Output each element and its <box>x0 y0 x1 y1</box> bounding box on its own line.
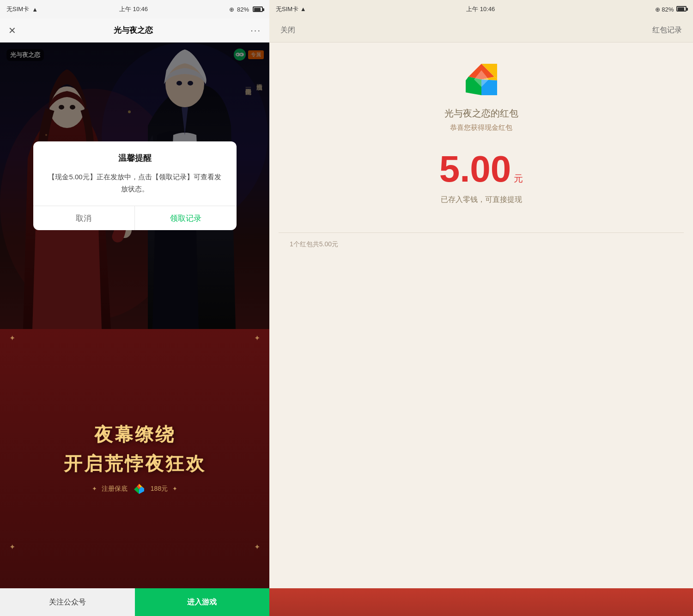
bottom-stripe <box>269 588 693 616</box>
dialog-overlay: 温馨提醒 【现金5.00元】正在发放中，点击【领取记录】可查看发放状态。 取消 … <box>0 43 269 329</box>
confirm-button[interactable]: 领取记录 <box>135 206 237 230</box>
red-packet-title: 光与夜之恋的红包 <box>444 107 518 120</box>
play-button[interactable]: 进入游戏 <box>135 588 270 616</box>
left-status-left: 无SIM卡 ▲ <box>6 5 38 13</box>
close-icon[interactable]: ✕ <box>8 25 16 36</box>
star-right: ✦ <box>172 485 177 492</box>
red-packet-count: 1个红包共5.00元 <box>279 233 684 256</box>
promo-note: 注册保底 <box>102 485 128 493</box>
battery-text: 82% <box>237 6 249 13</box>
game-promo-section: ✦ ✦ ✦ ✦ 夜幕缭绕 开启荒悖夜狂欢 ✦ 注册保底 <box>0 329 269 616</box>
right-panel: 无SIM卡 ▲ 上午 10:46 ⊕ 82% 关闭 红包记录 <box>269 0 693 616</box>
promo-title-2: 开启荒悖夜狂欢 <box>64 451 206 476</box>
right-sim-text: 无SIM卡 <box>276 6 298 12</box>
dialog-title: 温馨提醒 <box>33 141 237 171</box>
left-nav-bar: ✕ 光与夜之恋 ··· <box>0 18 269 43</box>
left-panel: 无SIM卡 ▲ 上午 10:46 ⊕ 82% ✕ 光与夜之恋 ··· <box>0 0 269 616</box>
deco-star-tl: ✦ <box>9 334 15 342</box>
red-packet-subtitle: 恭喜您获得现金红包 <box>450 123 512 132</box>
deco-star-bl: ✦ <box>9 543 15 551</box>
right-charging-icon: ⊕ <box>655 6 660 13</box>
wechat-pay-logo-small <box>132 482 146 496</box>
amount-value: 5.00 <box>439 151 511 188</box>
right-status-left: 无SIM卡 ▲ <box>276 5 306 13</box>
left-status-right: ⊕ 82% <box>229 6 263 13</box>
wechat-pay-logo <box>463 61 500 98</box>
star-left: ✦ <box>92 485 97 492</box>
left-status-bar: 无SIM卡 ▲ 上午 10:46 ⊕ 82% <box>0 0 269 18</box>
dialog-content: 【现金5.00元】正在发放中，点击【领取记录】可查看发放状态。 <box>33 171 237 206</box>
promo-amount: 188元 <box>151 485 168 493</box>
page-title: 光与夜之恋 <box>114 25 153 36</box>
spacer <box>269 329 693 589</box>
wifi-icon: ▲ <box>32 6 38 13</box>
deco-star-br: ✦ <box>254 543 260 551</box>
right-status-right: ⊕ 82% <box>655 6 687 13</box>
red-packet-content: 光与夜之恋的红包 恭喜您获得现金红包 5.00 元 已存入零钱，可直接提现 1个… <box>269 43 693 329</box>
right-close-button[interactable]: 关闭 <box>280 25 295 35</box>
right-time-display: 上午 10:46 <box>466 5 495 13</box>
red-packet-amount: 5.00 元 <box>439 151 523 188</box>
follow-button[interactable]: 关注公众号 <box>0 588 135 616</box>
record-button[interactable]: 红包记录 <box>652 25 682 35</box>
right-nav-bar: 关闭 红包记录 <box>269 18 693 43</box>
battery-icon <box>253 6 263 12</box>
game-banner: 光与夜之恋 专属 不知道演出成功后 我能不能得到一个作为奖励 温馨提醒 【现金5… <box>0 43 269 329</box>
right-wifi-icon: ▲ <box>300 6 306 12</box>
cancel-button[interactable]: 取消 <box>33 206 135 230</box>
charging-icon: ⊕ <box>229 6 234 13</box>
right-battery-icon <box>676 6 687 12</box>
promo-footer-stars: ✦ 注册保底 188元 ✦ <box>92 482 177 496</box>
sim-text: 无SIM卡 <box>6 5 29 13</box>
dialog-box: 温馨提醒 【现金5.00元】正在发放中，点击【领取记录】可查看发放状态。 取消 … <box>33 141 237 230</box>
right-status-bar: 无SIM卡 ▲ 上午 10:46 ⊕ 82% <box>269 0 693 18</box>
red-packet-note: 已存入零钱，可直接提现 <box>441 195 522 205</box>
promo-banner: ✦ ✦ ✦ ✦ 夜幕缭绕 开启荒悖夜狂欢 ✦ 注册保底 <box>0 329 269 588</box>
amount-unit: 元 <box>514 174 523 183</box>
promo-title-1: 夜幕缭绕 <box>94 422 176 447</box>
right-battery-text: 82% <box>662 6 674 13</box>
deco-star-tr: ✦ <box>254 334 260 342</box>
game-footer: 关注公众号 进入游戏 <box>0 588 269 616</box>
dialog-buttons: 取消 领取记录 <box>33 206 237 230</box>
more-icon[interactable]: ··· <box>250 25 261 36</box>
time-display: 上午 10:46 <box>119 5 148 13</box>
